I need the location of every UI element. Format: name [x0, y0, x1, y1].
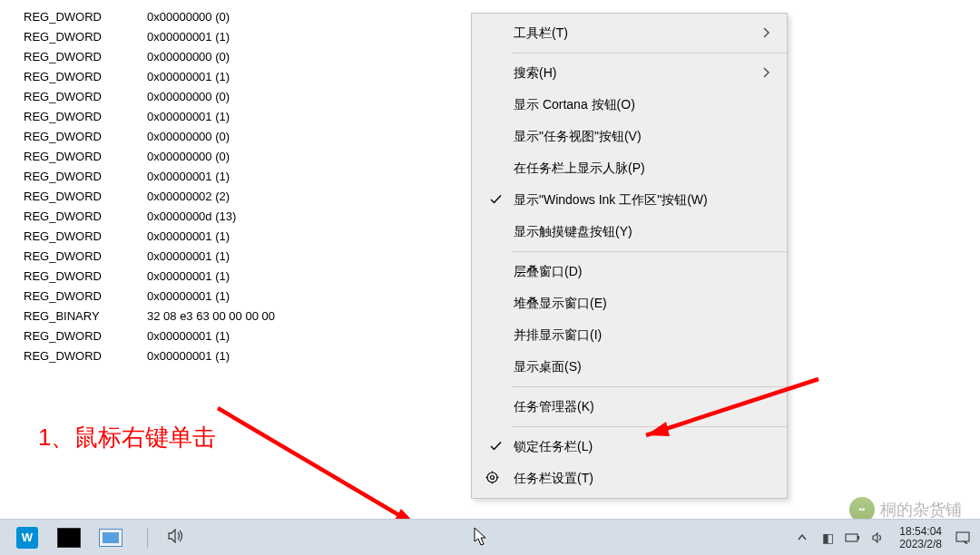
registry-value: 0x00000000 (0) — [147, 147, 472, 167]
registry-value: 0x00000001 (1) — [147, 107, 472, 127]
registry-row[interactable]: REG_DWORD0x00000001 (1) — [24, 27, 472, 47]
registry-type: REG_DWORD — [24, 27, 147, 47]
taskbar-app-cmd[interactable] — [53, 524, 85, 551]
menu-label: 在任务栏上显示人脉(P) — [514, 161, 645, 177]
tray-chevron-up[interactable] — [792, 528, 812, 548]
registry-value: 0x00000001 (1) — [147, 167, 472, 187]
registry-row[interactable]: REG_DWORD0x00000001 (1) — [24, 287, 472, 307]
clock-time: 18:54:04 — [899, 525, 942, 538]
menu-item-task-manager[interactable]: 任务管理器(K) — [472, 391, 787, 423]
registry-type: REG_DWORD — [24, 267, 147, 287]
registry-row[interactable]: REG_DWORD0x00000000 (0) — [24, 87, 472, 107]
registry-type: REG_DWORD — [24, 67, 147, 87]
registry-type: REG_DWORD — [24, 187, 147, 207]
registry-row[interactable]: REG_DWORD0x00000002 (2) — [24, 187, 472, 207]
check-icon — [488, 193, 503, 208]
menu-label: 显示 Cortana 按钮(O) — [514, 97, 635, 113]
registry-row[interactable]: REG_DWORD0x00000001 (1) — [24, 247, 472, 267]
menu-label: 锁定任务栏(L) — [514, 439, 593, 455]
menu-separator — [512, 251, 787, 252]
registry-value: 0x00000001 (1) — [147, 227, 472, 247]
menu-label: 显示"Windows Ink 工作区"按钮(W) — [514, 192, 708, 209]
menu-item-lock-taskbar[interactable]: 锁定任务栏(L) — [472, 431, 787, 462]
svg-line-0 — [218, 408, 417, 526]
menu-item-taskbar-settings[interactable]: 任务栏设置(T) — [472, 462, 787, 494]
gear-icon — [485, 471, 499, 487]
registry-row[interactable]: REG_BINARY32 08 e3 63 00 00 00 00 — [24, 307, 472, 326]
registry-value: 0x00000001 (1) — [147, 67, 472, 87]
tray-notification-icon[interactable] — [953, 528, 973, 548]
menu-item-search[interactable]: 搜索(H) — [472, 57, 787, 89]
registry-value: 0x00000000 (0) — [147, 87, 472, 107]
menu-label: 堆叠显示窗口(E) — [514, 296, 607, 312]
registry-row[interactable]: REG_DWORD0x00000001 (1) — [24, 167, 472, 187]
menu-item-show-desktop[interactable]: 显示桌面(S) — [472, 351, 787, 383]
registry-value: 32 08 e3 63 00 00 00 00 — [147, 307, 472, 326]
registry-row[interactable]: REG_DWORD0x00000000 (0) — [24, 47, 472, 67]
menu-label: 并排显示窗口(I) — [514, 327, 602, 344]
registry-type: REG_DWORD — [24, 227, 147, 247]
taskbar-app-wps[interactable]: W — [11, 524, 44, 551]
registry-value: 0x00000000 (0) — [147, 7, 472, 27]
menu-item-show-keyboard[interactable]: 显示触摸键盘按钮(Y) — [472, 216, 787, 248]
registry-type: REG_DWORD — [24, 287, 147, 307]
menu-item-show-taskview[interactable]: 显示"任务视图"按钮(V) — [472, 121, 787, 152]
check-icon — [488, 440, 503, 454]
registry-row[interactable]: REG_DWORD0x00000000 (0) — [24, 147, 472, 167]
registry-type: REG_DWORD — [24, 247, 147, 267]
taskbar-app-explorer[interactable] — [94, 524, 127, 551]
registry-type: REG_DWORD — [24, 107, 147, 127]
registry-type: REG_DWORD — [24, 147, 147, 167]
registry-type: REG_DWORD — [24, 207, 147, 227]
menu-item-cascade[interactable]: 层叠窗口(D) — [472, 256, 787, 287]
taskbar-separator — [147, 528, 148, 548]
menu-label: 显示"任务视图"按钮(V) — [514, 129, 642, 145]
registry-row[interactable]: REG_DWORD0x00000001 (1) — [24, 326, 472, 346]
menu-label: 任务栏设置(T) — [514, 471, 593, 487]
tray-speaker-icon[interactable] — [868, 528, 888, 548]
menu-item-stacked[interactable]: 堆叠显示窗口(E) — [472, 287, 787, 319]
tray-app-icon[interactable]: ◧ — [818, 528, 838, 548]
menu-item-sidebyside[interactable]: 并排显示窗口(I) — [472, 319, 787, 351]
registry-row[interactable]: REG_DWORD0x00000001 (1) — [24, 67, 472, 87]
registry-row[interactable]: REG_DWORD0x00000000 (0) — [24, 127, 472, 147]
registry-value: 0x00000001 (1) — [147, 267, 472, 287]
registry-row[interactable]: REG_DWORD0x00000001 (1) — [24, 227, 472, 247]
registry-row[interactable]: REG_DWORD0x0000000d (13) — [24, 207, 472, 227]
wps-icon: W — [16, 527, 38, 549]
menu-separator — [512, 426, 787, 427]
registry-list: REG_DWORD0x00000000 (0)REG_DWORD0x000000… — [0, 0, 472, 366]
registry-type: REG_DWORD — [24, 47, 147, 67]
mouse-cursor-icon — [474, 527, 488, 551]
registry-value: 0x00000000 (0) — [147, 47, 472, 67]
registry-row[interactable]: REG_DWORD0x00000001 (1) — [24, 346, 472, 366]
menu-item-show-cortana[interactable]: 显示 Cortana 按钮(O) — [472, 89, 787, 121]
registry-row[interactable]: REG_DWORD0x00000000 (0) — [24, 7, 472, 27]
registry-type: REG_BINARY — [24, 307, 147, 326]
registry-value: 0x00000002 (2) — [147, 187, 472, 207]
menu-label: 工具栏(T) — [514, 25, 568, 42]
registry-value: 0x00000001 (1) — [147, 346, 472, 366]
menu-item-show-people[interactable]: 在任务栏上显示人脉(P) — [472, 152, 787, 184]
registry-row[interactable]: REG_DWORD0x00000001 (1) — [24, 107, 472, 127]
menu-label: 搜索(H) — [514, 65, 556, 82]
registry-value: 0x00000001 (1) — [147, 326, 472, 346]
taskbar-clock[interactable]: 18:54:04 2023/2/8 — [894, 525, 947, 550]
menu-item-show-ink[interactable]: 显示"Windows Ink 工作区"按钮(W) — [472, 184, 787, 216]
menu-item-toolbar[interactable]: 工具栏(T) — [472, 17, 787, 49]
svg-point-4 — [487, 472, 497, 482]
registry-type: REG_DWORD — [24, 167, 147, 187]
svg-rect-11 — [858, 536, 859, 540]
registry-row[interactable]: REG_DWORD0x00000001 (1) — [24, 267, 472, 287]
cmd-icon — [57, 528, 81, 548]
tray-battery-icon[interactable] — [843, 528, 863, 548]
chevron-right-icon — [763, 26, 770, 41]
volume-icon[interactable] — [168, 529, 184, 546]
taskbar: W ◧ 18:54:04 2023/2/8 — [0, 519, 980, 555]
annotation-step-1: 1、鼠标右键单击 — [38, 422, 216, 453]
registry-value: 0x00000001 (1) — [147, 27, 472, 47]
svg-point-5 — [491, 475, 495, 479]
watermark-text: 桐的杂货铺 — [880, 499, 962, 521]
svg-rect-10 — [846, 534, 858, 541]
registry-type: REG_DWORD — [24, 87, 147, 107]
